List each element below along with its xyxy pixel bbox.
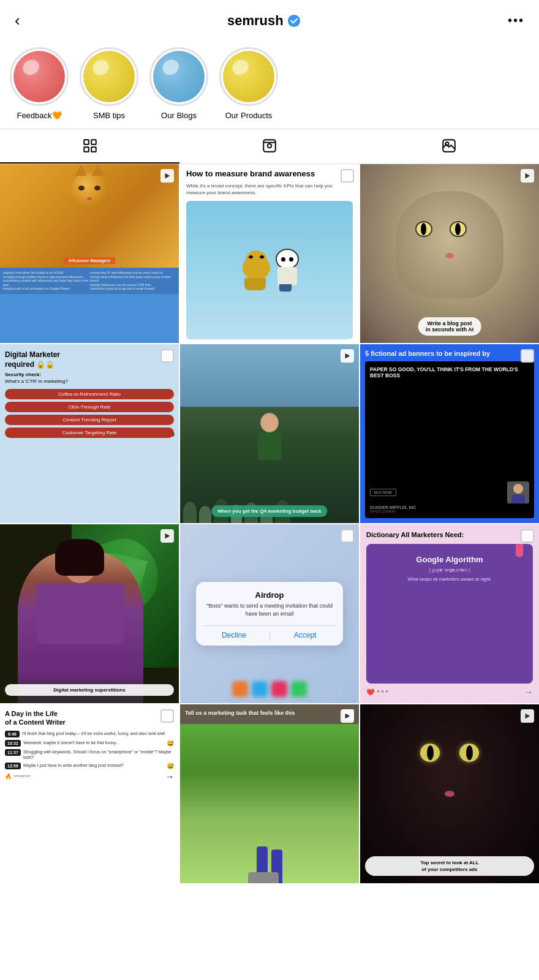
- cell-9-inner: Dictionary All Marketers Need: Google Al…: [360, 524, 539, 703]
- story-bubble-products: [223, 51, 274, 102]
- post-cell-7[interactable]: Digital marketing superstitions: [0, 524, 179, 703]
- svg-rect-4: [91, 147, 96, 152]
- timeline-entry-1: 8:46 I'll finish that blog post today— i…: [5, 731, 174, 737]
- reel-icon-7: [160, 529, 174, 543]
- cell-2-content: How to measure brand awareness While it'…: [180, 164, 359, 343]
- svg-rect-2: [91, 140, 96, 145]
- crowd-head-1: [183, 502, 197, 523]
- answer-option-2[interactable]: Click-Through Rate: [5, 402, 174, 412]
- tab-reels[interactable]: [179, 129, 359, 164]
- story-label-feedback: Feedback🧡: [17, 111, 61, 120]
- blurred-icon-4: [291, 681, 307, 697]
- story-smb[interactable]: SMB tips: [80, 47, 138, 120]
- airdrop-accept-btn[interactable]: Accept: [275, 631, 336, 639]
- play-icon-5: [343, 352, 352, 360]
- time-4: 12:56: [5, 763, 21, 769]
- dict-pronunciation: [ gugəl ˈælɡəˌrɪðəm ]: [429, 568, 470, 573]
- woman-hair-top: [55, 539, 104, 576]
- story-feedback[interactable]: Feedback🧡: [10, 47, 69, 120]
- dark-cat-eyes-row: [420, 744, 479, 762]
- play-icon: [163, 172, 172, 180]
- cartoon-area: [186, 201, 353, 339]
- answer-option-3[interactable]: Content Trending Report: [5, 415, 174, 425]
- reel-icon-11: [341, 709, 354, 723]
- post-cell-6[interactable]: 5 fictional ad banners to be inspired by…: [360, 344, 539, 523]
- cell-5-inner: When you get the Q4 marketing budget bac…: [180, 344, 359, 523]
- timeline-entry-3: 11:37 Struggling with keywords. Should I…: [5, 749, 174, 760]
- dunder-cta-btn[interactable]: BUY NOW: [370, 489, 396, 496]
- cell-11-header: Tell us a marketing task that feels like…: [180, 704, 359, 724]
- story-products[interactable]: Our Products: [219, 47, 278, 120]
- post-cell-9[interactable]: Dictionary All Marketers Need: Google Al…: [360, 524, 539, 703]
- post-cell-3[interactable]: Write a blog post in seconds with AI: [360, 164, 539, 343]
- arrow-right-icon: ›: [172, 428, 175, 440]
- stories-row: Feedback🧡 SMB tips Our Blogs Our Product…: [0, 36, 539, 129]
- dict-card: Google Algorithm [ gugəl ˈælɡəˌrɪðəm ] W…: [366, 544, 533, 684]
- reel-icon-5: [341, 349, 354, 363]
- superstitions-text: Digital marketing superstitions: [11, 687, 168, 693]
- story-bubble-feedback: [13, 51, 65, 102]
- dictionary-title: Dictionary All Marketers Need:: [366, 530, 533, 539]
- post-cell-2[interactable]: How to measure brand awareness While it'…: [180, 164, 359, 343]
- post-cell-1[interactable]: Influencer Managers playing it cool when…: [0, 164, 179, 343]
- lawn-scene: [180, 724, 359, 883]
- select-icon-4: [160, 349, 174, 363]
- time-2: 10:32: [5, 740, 21, 747]
- username-label: semrush: [227, 13, 284, 29]
- story-circle-feedback: [10, 47, 69, 106]
- finn-eyes: [281, 257, 293, 262]
- more-options-button[interactable]: •••: [508, 13, 524, 28]
- story-circle-products: [219, 47, 278, 106]
- jt-head-shape: [260, 413, 279, 432]
- lawnmower-body: [248, 872, 279, 883]
- post-cell-8[interactable]: Airdrop "Boss" wants to send a meeting i…: [180, 524, 359, 703]
- entry-4-text: Maybe I just have to write another blog …: [23, 763, 164, 768]
- tab-grid[interactable]: [0, 129, 179, 164]
- post-cell-10[interactable]: A Day in the Lifeof a Content Writer 8:4…: [0, 704, 179, 883]
- airdrop-btn-divider: [270, 631, 270, 639]
- play-icon-7: [163, 532, 172, 540]
- fire-icon: 🔥: [5, 774, 12, 780]
- cat-head: [71, 172, 108, 209]
- dark-cat-bg: Top secret to look at ALLof your competi…: [360, 704, 539, 883]
- dark-pupil-right: [466, 745, 473, 760]
- svg-marker-10: [165, 173, 170, 179]
- story-bubble-blogs: [153, 51, 205, 102]
- tab-tagged[interactable]: [360, 129, 539, 164]
- cat-eye-right-big: [450, 221, 467, 237]
- reaction-icons: ❤️ ● ● ●: [366, 688, 388, 696]
- play-icon-12: [523, 712, 532, 720]
- profile-title: semrush: [227, 13, 301, 29]
- blob-highlight: [160, 57, 181, 78]
- cell-12-inner: Top secret to look at ALLof your competi…: [360, 704, 539, 883]
- cat-nose: [87, 197, 92, 200]
- dot-icons: ● ● ●: [377, 688, 388, 696]
- story-label-products: Our Products: [225, 111, 273, 120]
- select-icon-6: [521, 349, 534, 363]
- airdrop-dialog: Airdrop "Boss" wants to send a meeting i…: [196, 582, 342, 645]
- reel-icon-3: [521, 169, 534, 183]
- dunder-brand-name: DUNDER MIFFLIN, INC: [370, 505, 529, 510]
- answer-option-4[interactable]: Customer Targeting Rate: [5, 428, 174, 438]
- cat-eye-right: [94, 186, 100, 190]
- crowd-head-2: [199, 506, 211, 523]
- jt-figure: [258, 413, 281, 460]
- post-cell-11[interactable]: Tell us a marketing task that feels like…: [180, 704, 359, 883]
- svg-marker-11: [526, 173, 530, 179]
- svg-rect-1: [84, 140, 89, 145]
- back-button[interactable]: ‹: [15, 11, 20, 30]
- post-cell-4[interactable]: Digital Marketerrequired 🔒🔒 Security che…: [0, 344, 179, 523]
- post-cell-5[interactable]: When you get the Q4 marketing budget bac…: [180, 344, 359, 523]
- cat-nose-center: [445, 253, 454, 258]
- cat-pupil-right: [455, 223, 461, 235]
- post-cell-12[interactable]: Top secret to look at ALLof your competi…: [360, 704, 539, 883]
- dict-word: Google Algorithm: [416, 555, 483, 565]
- dark-eye-right: [459, 744, 479, 762]
- cell-9-footer: ❤️ ● ● ● →: [366, 687, 533, 697]
- story-blogs[interactable]: Our Blogs: [149, 47, 208, 120]
- svg-marker-13: [165, 533, 170, 539]
- answer-option-1[interactable]: Coffee-to-Refreshment Ratio: [5, 389, 174, 399]
- svg-marker-16: [526, 714, 530, 719]
- competitors-badge-text: Top secret to look at ALLof your competi…: [370, 859, 529, 873]
- airdrop-decline-btn[interactable]: Decline: [203, 631, 264, 639]
